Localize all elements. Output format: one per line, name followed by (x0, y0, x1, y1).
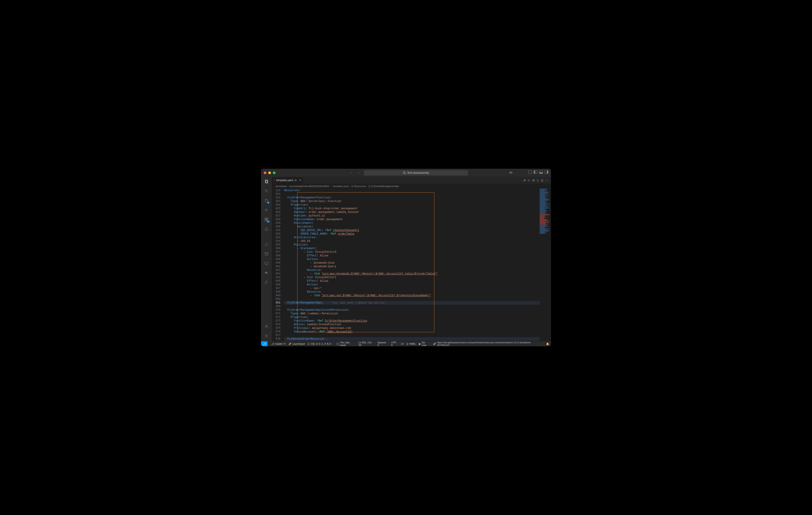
code-line[interactable]: Properties: (284, 315, 540, 319)
git-blame[interactable]: ◯ You, last week (337, 341, 356, 346)
settings-gear-icon[interactable] (264, 333, 269, 339)
minimap[interactable] (540, 189, 551, 341)
code-content[interactable]: Resources: FcjOrderManagementFunction: T… (284, 189, 540, 341)
search-activity-icon[interactable] (264, 188, 269, 194)
run-icon[interactable]: ▷ (528, 179, 530, 182)
git-branch[interactable]: ⎇ master ⟳ (271, 342, 286, 345)
tab-close-button[interactable]: × (299, 178, 301, 182)
window-maximize-button[interactable] (273, 172, 276, 174)
nav-forward-button[interactable]: → (357, 171, 360, 175)
database-icon[interactable] (264, 251, 269, 256)
fold-icon[interactable]: › (279, 337, 280, 341)
code-line[interactable]: - Statement: (284, 247, 540, 250)
nav-back-button[interactable]: ← (350, 171, 353, 175)
breadcrumbs[interactable]: serverless › processingOrdersWithSQSAndS… (272, 184, 551, 189)
layout-toggle-primary-sidebar[interactable] (528, 171, 532, 174)
code-line[interactable]: Runtime: python3.11 (284, 214, 540, 218)
code-line[interactable]: Variables: (284, 225, 540, 229)
extensions-icon[interactable]: 3 (264, 217, 269, 222)
testing-icon[interactable] (264, 226, 269, 232)
docker-icon[interactable] (264, 270, 269, 276)
split-right-icon[interactable]: ▯ (537, 179, 539, 182)
code-line[interactable]: Environment: (284, 221, 540, 225)
code-line[interactable]: FcjHandleOrderResource: … (284, 337, 540, 341)
code-line[interactable]: Handler: order_management.lambda_handler (284, 210, 540, 214)
brace-icon: {} (369, 185, 370, 187)
compare-icon[interactable]: ⇄ (524, 179, 526, 182)
breadcrumb-item[interactable]: FcjOrderManagementApi (371, 185, 399, 187)
python-env-icon[interactable] (264, 280, 269, 285)
indentation[interactable]: Spaces: 2 (377, 341, 388, 346)
layout-toggle-left[interactable] (534, 171, 538, 174)
aws-icon[interactable] (264, 242, 269, 247)
code-line[interactable]: Type: AWS::Serverless::Function (284, 200, 540, 203)
layout-toggle-right[interactable] (545, 171, 548, 174)
encoding[interactable]: UTF-8 (391, 341, 398, 346)
run-debug-icon[interactable] (264, 207, 269, 213)
explorer-icon[interactable] (264, 179, 269, 184)
code-line[interactable]: Principal: apigateway.amazonaws.com (284, 326, 540, 330)
code-line[interactable]: Resource: (284, 268, 540, 272)
diff-icon[interactable]: ⊟ (532, 179, 535, 182)
code-line[interactable]: FcjOrderManagementApi: You, last week • … (284, 301, 540, 305)
code-line[interactable]: CodeUri: fcj-book-shop/order_management (284, 207, 540, 210)
fold-icon[interactable]: › (279, 301, 280, 305)
source-control-icon[interactable]: 9 (264, 198, 269, 203)
more-actions-icon[interactable]: ⋯ (546, 179, 548, 182)
code-line[interactable]: Effect: Allow (284, 279, 540, 283)
code-line[interactable]: - !Sub "arn:aws:dynamodb:${AWS::Region}:… (284, 272, 540, 276)
split-editor-icon[interactable]: ◫ (541, 179, 543, 182)
code-line[interactable]: - dynamodb:Query (284, 265, 540, 268)
code-line[interactable]: Type: AWS::Lambda::Permission (284, 312, 540, 315)
code-line[interactable] (284, 297, 540, 301)
editor-area[interactable]: 1229219229239249259269279289299309319329… (272, 189, 551, 341)
launchpad[interactable]: 🚀 Launchpad (288, 342, 305, 345)
code-line[interactable]: Action: (284, 283, 540, 286)
code-line[interactable]: Action: lambda:InvokeFunction (284, 323, 540, 326)
code-line[interactable]: - x86_64 (284, 239, 540, 243)
accounts-icon[interactable] (264, 324, 269, 329)
code-line[interactable] (284, 192, 540, 196)
code-line[interactable]: Resource: (284, 290, 540, 294)
language-mode[interactable]: {} YAML (407, 342, 416, 345)
cursor-position[interactable]: Ln 951, Col 25 (359, 341, 375, 346)
code-line[interactable]: FcjOrderManagementFunction: (284, 196, 540, 200)
code-line[interactable]: ORDER_TABLE_NAME: !Ref orderTable (284, 232, 540, 236)
eol[interactable]: LF (401, 342, 404, 345)
window-close-button[interactable] (264, 172, 266, 174)
remote-indicator[interactable]: ⎇ (261, 341, 267, 346)
code-line[interactable]: Properties: (284, 203, 540, 207)
copilot-icon[interactable] (509, 171, 513, 175)
breadcrumb-item[interactable]: template.yaml (333, 185, 349, 187)
code-line[interactable]: SQS_QUEUE_URL: !Ref checkoutQueueUrl (284, 229, 540, 232)
code-line[interactable]: FunctionName: order_management (284, 218, 540, 221)
notifications-icon[interactable]: 🔔 (546, 342, 549, 345)
go-live[interactable]: ◉ Go Live (418, 341, 430, 346)
code-line[interactable]: - Sid: VisualEditor1 (284, 276, 540, 279)
diagnostics[interactable]: ⓘ161 ⊘0 ⚠3 ⇅0 (308, 342, 331, 345)
code-line[interactable]: - !Sub "arn:aws:sqs:${AWS::Region}:${AWS… (284, 294, 540, 297)
code-line[interactable] (284, 305, 540, 308)
code-line[interactable]: FunctionName: !Ref FcjOrderManagementFun… (284, 319, 540, 323)
schema-status[interactable]: 🔗 https://raw.githubusercontent.com/yann… (433, 341, 543, 346)
code-line[interactable]: - Sid: VisualEditor0 (284, 250, 540, 254)
code-line[interactable]: Policies: (284, 243, 540, 247)
remote-explorer-icon[interactable] (264, 261, 269, 266)
code-line[interactable] (284, 334, 540, 337)
code-line[interactable]: - sqs:* (284, 286, 540, 290)
code-line[interactable]: Action: (284, 258, 540, 261)
layout-toggle-panel[interactable] (539, 171, 543, 174)
code-line[interactable]: Resources: (284, 189, 540, 192)
window-minimize-button[interactable] (268, 172, 271, 174)
code-line[interactable]: Architectures: (284, 236, 540, 239)
line-number: 947 (272, 286, 281, 290)
code-line[interactable]: FcjOrderManagementApiInvokePermission: (284, 308, 540, 312)
tab-template-yaml[interactable]: ! template.yaml 9+ × (272, 177, 303, 184)
code-line[interactable]: SourceAccount: !Ref "AWS::AccountId" (284, 330, 540, 334)
breadcrumb-item[interactable]: Resources (354, 185, 366, 187)
code-line[interactable]: Effect: Allow (284, 254, 540, 258)
command-center[interactable]: first-cloud-journey (364, 170, 468, 176)
breadcrumb-item[interactable]: serverless (276, 185, 287, 187)
breadcrumb-item[interactable]: processingOrdersWithSQSAndSNS (290, 185, 329, 187)
code-line[interactable]: - dynamodb:Scan (284, 261, 540, 265)
